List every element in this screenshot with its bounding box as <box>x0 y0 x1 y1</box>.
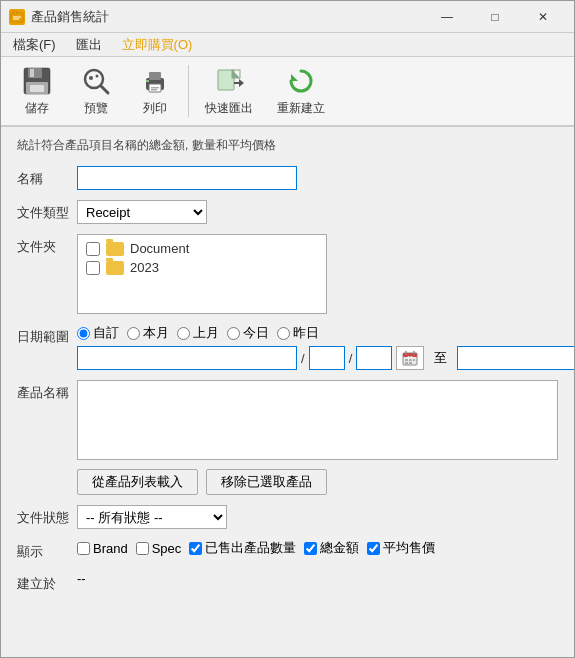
window-title: 產品銷售統計 <box>31 8 424 26</box>
folder-checkbox-document[interactable] <box>86 242 100 256</box>
checkbox-brand-input[interactable] <box>77 542 90 555</box>
checkbox-avg-price-label: 平均售價 <box>383 539 435 557</box>
svg-rect-17 <box>151 89 157 91</box>
doc-status-select[interactable]: -- 所有狀態 -- 已確認 未確認 <box>77 505 227 529</box>
title-bar: 產品銷售統計 — □ ✕ <box>1 1 574 33</box>
status-row: -- 所有狀態 -- 已確認 未確認 <box>77 505 558 529</box>
checkbox-avg-price-input[interactable] <box>367 542 380 555</box>
calendar-from-icon: 12 <box>402 350 418 366</box>
date-range-row: 日期範圍 自訂 本月 上月 <box>17 324 558 370</box>
folder-item-2023: 2023 <box>82 258 322 277</box>
checkbox-spec: Spec <box>136 541 182 556</box>
date-radio-group: 自訂 本月 上月 今日 <box>77 324 574 342</box>
date-range-control: 自訂 本月 上月 今日 <box>77 324 574 370</box>
display-row: 顯示 Brand Spec 已售出產品數量 <box>17 539 558 561</box>
svg-rect-18 <box>146 80 149 82</box>
radio-custom: 自訂 <box>77 324 119 342</box>
preview-button[interactable]: 預覽 <box>68 61 123 121</box>
svg-rect-14 <box>149 72 161 80</box>
radio-today-input[interactable] <box>227 327 240 340</box>
rebuild-button[interactable]: 重新建立 <box>267 61 335 121</box>
checkbox-total-amount: 總金額 <box>304 539 359 557</box>
folder-icon-document <box>106 242 124 256</box>
radio-last-month-label: 上月 <box>193 324 219 342</box>
preview-label: 預覽 <box>84 100 108 117</box>
quick-export-button[interactable]: 快速匯出 <box>195 61 263 121</box>
checkbox-total-amount-input[interactable] <box>304 542 317 555</box>
checkbox-avg-price: 平均售價 <box>367 539 435 557</box>
folder-list: Document 2023 <box>77 234 327 314</box>
created-control: -- <box>77 571 558 586</box>
created-value: -- <box>77 571 86 586</box>
menu-buy[interactable]: 立即購買(O) <box>114 34 201 56</box>
date-to-year[interactable] <box>457 346 574 370</box>
radio-custom-label: 自訂 <box>93 324 119 342</box>
svg-rect-33 <box>405 362 408 364</box>
folder-item-document: Document <box>82 239 322 258</box>
product-name-row: 產品名稱 從產品列表載入 移除已選取產品 <box>17 380 558 495</box>
display-label: 顯示 <box>17 539 77 561</box>
remove-selected-button[interactable]: 移除已選取產品 <box>206 469 327 495</box>
checkbox-spec-input[interactable] <box>136 542 149 555</box>
radio-today: 今日 <box>227 324 269 342</box>
from-list-button[interactable]: 從產品列表載入 <box>77 469 198 495</box>
save-button[interactable]: 儲存 <box>9 61 64 121</box>
folder-checkbox-2023[interactable] <box>86 261 100 275</box>
calendar-from-button[interactable]: 12 <box>396 346 424 370</box>
folder-label-document: Document <box>130 241 189 256</box>
checkbox-spec-label: Spec <box>152 541 182 556</box>
doc-type-select[interactable]: Receipt Invoice Order <box>77 200 207 224</box>
rebuild-label: 重新建立 <box>277 100 325 117</box>
date-sep-1: / <box>301 351 305 366</box>
svg-rect-16 <box>151 87 159 89</box>
minimize-button[interactable]: — <box>424 1 470 33</box>
save-icon <box>21 65 53 97</box>
radio-last-month-input[interactable] <box>177 327 190 340</box>
print-button[interactable]: 列印 <box>127 61 182 121</box>
product-name-control: 從產品列表載入 移除已選取產品 <box>77 380 558 495</box>
rebuild-icon <box>285 65 317 97</box>
folder-control: Document 2023 <box>77 234 558 314</box>
date-sep-2: / <box>349 351 353 366</box>
checkbox-total-amount-label: 總金額 <box>320 539 359 557</box>
app-icon <box>9 9 25 25</box>
doc-status-row: 文件狀態 -- 所有狀態 -- 已確認 未確認 <box>17 505 558 529</box>
radio-yesterday: 昨日 <box>277 324 319 342</box>
radio-last-month: 上月 <box>177 324 219 342</box>
svg-rect-31 <box>409 359 412 361</box>
date-from-month[interactable] <box>309 346 345 370</box>
menu-bar: 檔案(F) 匯出 立即購買(O) <box>1 33 574 57</box>
checkbox-sold-qty-label: 已售出產品數量 <box>205 539 296 557</box>
menu-file[interactable]: 檔案(F) <box>5 34 64 56</box>
date-from-year[interactable] <box>77 346 297 370</box>
form-description: 統計符合產品項目名稱的總金額, 數量和平均價格 <box>17 137 558 154</box>
radio-this-month-label: 本月 <box>143 324 169 342</box>
created-label: 建立於 <box>17 571 77 593</box>
radio-yesterday-label: 昨日 <box>293 324 319 342</box>
doc-type-control: Receipt Invoice Order <box>77 200 558 224</box>
svg-marker-24 <box>291 74 298 81</box>
svg-marker-20 <box>232 70 240 78</box>
toolbar: 儲存 預覽 <box>1 57 574 127</box>
maximize-button[interactable]: □ <box>472 1 518 33</box>
radio-custom-input[interactable] <box>77 327 90 340</box>
doc-type-label: 文件類型 <box>17 200 77 222</box>
product-name-label: 產品名稱 <box>17 380 77 402</box>
menu-export[interactable]: 匯出 <box>68 34 110 56</box>
svg-rect-8 <box>30 85 44 92</box>
svg-point-10 <box>89 76 93 80</box>
print-icon <box>139 65 171 97</box>
date-from-day[interactable] <box>356 346 392 370</box>
doc-status-label: 文件狀態 <box>17 505 77 527</box>
checkbox-brand: Brand <box>77 541 128 556</box>
folder-row: 文件夾 Document 2023 <box>17 234 558 314</box>
close-button[interactable]: ✕ <box>520 1 566 33</box>
checkbox-sold-qty-input[interactable] <box>189 542 202 555</box>
name-input[interactable] <box>77 166 297 190</box>
display-checkbox-group: Brand Spec 已售出產品數量 總金額 <box>77 539 558 557</box>
toolbar-separator <box>188 65 189 117</box>
radio-this-month-input[interactable] <box>127 327 140 340</box>
product-name-textarea[interactable] <box>77 380 558 460</box>
svg-point-11 <box>95 75 98 78</box>
radio-yesterday-input[interactable] <box>277 327 290 340</box>
